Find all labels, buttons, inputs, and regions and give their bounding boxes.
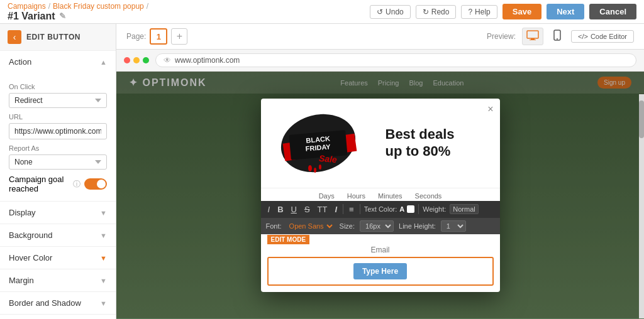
url-input[interactable] (9, 123, 107, 139)
sidebar-hover-header[interactable]: Hover Color ▼ (0, 247, 116, 269)
redo-button[interactable]: ↻ Redo (416, 5, 457, 19)
browser-url-bar[interactable]: 👁 www.optimonk.com (155, 53, 636, 67)
italic2-button[interactable]: I (333, 203, 339, 215)
url-label: URL (9, 113, 107, 121)
sidebar: ‹ EDIT BUTTON Action ▲ On Click Redirect… (0, 24, 116, 319)
chevron-down-icon-hover: ▼ (100, 254, 107, 262)
popup-right: Best deals up to 80% (375, 99, 500, 188)
desktop-preview-button[interactable] (522, 28, 543, 45)
info-icon[interactable]: ⓘ (73, 179, 80, 190)
size-select[interactable]: 16px (360, 220, 394, 232)
underline-button[interactable]: U (289, 203, 299, 215)
popup-top: BLACK FRIDAY Sale (261, 99, 500, 188)
text-color-text: Text Color: (364, 205, 397, 213)
website-bg: ✦ OPTIMONK Features Pricing Blog Educati… (116, 72, 644, 318)
line-height-select[interactable]: 1 (441, 220, 466, 232)
breadcrumb: Campaigns / Black Friday custom popup / (8, 2, 148, 11)
url-text: www.optimonk.com (175, 56, 240, 65)
scrollbar[interactable] (639, 94, 644, 318)
edit-variant-icon[interactable]: ✎ (59, 11, 66, 21)
undo-icon: ↺ (377, 8, 383, 16)
popup-close-button[interactable]: × (487, 104, 493, 115)
svg-point-11 (308, 165, 312, 171)
add-page-button[interactable]: + (171, 28, 187, 45)
help-label: Help (475, 8, 491, 16)
help-button[interactable]: ? Help (461, 5, 497, 19)
sidebar-action-header[interactable]: Action ▲ (0, 51, 116, 73)
bold-button[interactable]: B (275, 203, 285, 215)
svg-rect-2 (530, 40, 536, 40)
line-height-label: Line Height: (399, 222, 436, 230)
campaign-goal-row: Campaign goal reached ⓘ (9, 175, 107, 193)
popup-headline: Best deals up to 80% (386, 126, 490, 160)
sidebar-section-display: Display ▼ (0, 202, 116, 224)
sidebar-border-header[interactable]: Border and Shadow ▼ (0, 292, 116, 314)
sidebar-action-label: Action (9, 57, 31, 67)
type-here-button[interactable]: Type Here (353, 263, 407, 279)
sidebar-section-border: Border and Shadow ▼ (0, 292, 116, 315)
size-label: Size: (340, 222, 355, 230)
black-friday-logo: BLACK FRIDAY Sale (271, 109, 365, 178)
svg-point-4 (557, 38, 558, 40)
text-color-swatch[interactable] (407, 205, 414, 213)
popup: × (261, 99, 500, 292)
toggle-wrap: ⓘ (73, 178, 107, 190)
breadcrumb-popup[interactable]: Black Friday custom popup (53, 2, 144, 11)
cancel-button[interactable]: Cancel (589, 4, 636, 19)
next-button[interactable]: Next (547, 4, 584, 19)
save-button[interactable]: Save (502, 4, 541, 19)
breadcrumb-campaigns[interactable]: Campaigns (8, 2, 46, 11)
tt-button[interactable]: TT (316, 203, 330, 215)
preview-label: Preview: (487, 32, 516, 41)
chevron-up-icon: ▲ (100, 58, 107, 66)
email-section: EDIT MODE Email Type Here (261, 234, 500, 292)
undo-button[interactable]: ↺ Undo (370, 5, 411, 19)
sidebar-margin-header[interactable]: Margin ▼ (0, 269, 116, 291)
font-label: Font: (266, 222, 282, 230)
page-controls: Page: 1 + (126, 28, 187, 45)
font-select[interactable]: Open Sans (287, 222, 335, 230)
report-as-select[interactable]: None (9, 154, 107, 170)
sidebar-display-header[interactable]: Display ▼ (0, 202, 116, 224)
sidebar-section-background: Background ▼ (0, 224, 116, 247)
mobile-icon (553, 30, 561, 41)
eye-icon: 👁 (164, 56, 171, 65)
sidebar-display-label: Display (9, 208, 36, 217)
preview-mode-controls: Preview: </> Code Editor (487, 28, 634, 45)
strikethrough-button[interactable]: S (303, 203, 312, 215)
timer-seconds: Seconds (415, 192, 442, 200)
browser-dots (124, 57, 149, 63)
scrollbar-thumb[interactable] (639, 100, 644, 138)
svg-rect-0 (527, 31, 538, 38)
align-button[interactable]: ≡ (347, 203, 356, 215)
sidebar-section-hover: Hover Color ▼ (0, 247, 116, 269)
sidebar-background-header[interactable]: Background ▼ (0, 224, 116, 246)
sidebar-back-button[interactable]: ‹ (8, 30, 21, 44)
chevron-down-icon-margin: ▼ (100, 277, 107, 284)
on-click-label: On Click (9, 83, 107, 90)
sidebar-section-margin: Margin ▼ (0, 269, 116, 292)
email-label: Email (267, 246, 494, 254)
top-bar: Campaigns / Black Friday custom popup / … (0, 0, 644, 24)
code-editor-button[interactable]: </> Code Editor (571, 30, 634, 43)
campaign-goal-label: Campaign goal reached (9, 175, 73, 193)
sidebar-background-label: Background (9, 230, 52, 240)
timer-row: Days Hours Minutes Seconds (261, 188, 500, 201)
mobile-preview-button[interactable] (550, 28, 565, 45)
popup-headline-line1: Best deals (386, 126, 455, 142)
popup-headline-line2: up to 80% (386, 143, 451, 159)
text-color-a: A (399, 205, 404, 213)
preview-area: Page: 1 + Preview: (116, 24, 644, 319)
campaign-goal-toggle[interactable] (84, 178, 107, 190)
redo-icon: ↻ (423, 8, 429, 16)
overlay: × (116, 72, 644, 318)
weight-label: Weight: (423, 205, 446, 213)
weight-select[interactable]: Normal (450, 204, 479, 214)
italic-button[interactable]: I (266, 203, 272, 215)
sidebar-header: ‹ EDIT BUTTON (0, 24, 116, 51)
page-number[interactable]: 1 (150, 28, 167, 45)
redo-label: Redo (431, 8, 450, 16)
code-icon: </> (578, 33, 588, 40)
toolbar-divider3 (418, 204, 419, 214)
on-click-select[interactable]: Redirect (9, 93, 107, 108)
